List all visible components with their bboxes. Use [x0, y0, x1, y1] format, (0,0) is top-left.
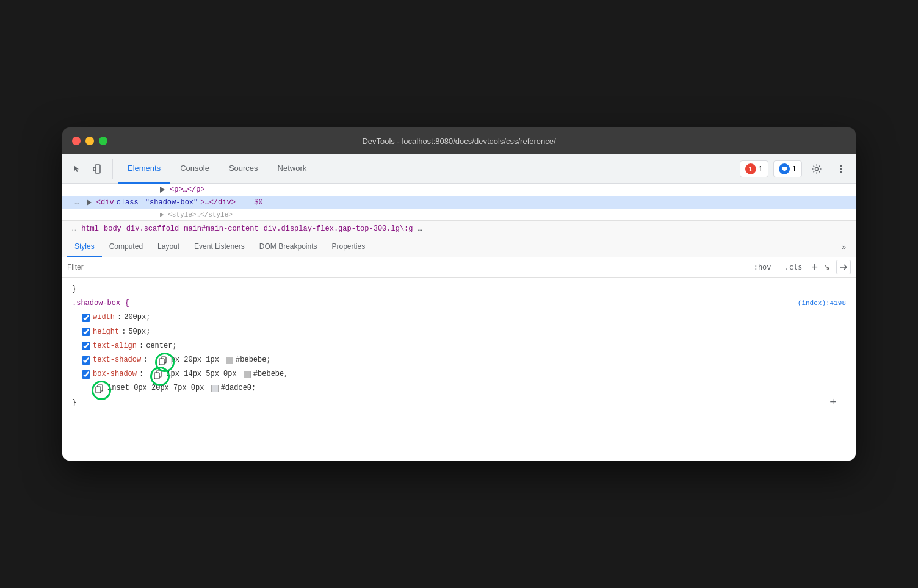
breadcrumb-body[interactable]: body: [104, 224, 121, 233]
css-closing-brace-prev: }: [62, 282, 856, 296]
error-badge-button[interactable]: 1 1: [740, 160, 768, 177]
subtab-properties[interactable]: Properties: [325, 237, 373, 257]
titlebar: DevTools - localhost:8080/docs/devtools/…: [62, 127, 856, 154]
box-shadow-copy-icon-2[interactable]: [94, 383, 105, 394]
add-style-button[interactable]: +: [811, 262, 818, 273]
subtab-dom-breakpoints[interactable]: DOM Breakpoints: [252, 237, 325, 257]
main-tab-nav: Elements Console Sources Network: [118, 154, 316, 184]
tab-elements[interactable]: Elements: [118, 154, 170, 184]
box-shadow-color-swatch-2[interactable]: [211, 385, 219, 392]
breadcrumb-div[interactable]: div.display-flex.gap-top-300.lg\:g: [264, 224, 413, 233]
dom-expand-icon[interactable]: [160, 187, 165, 193]
hov-button[interactable]: :hov: [750, 261, 776, 273]
message-badge-button[interactable]: 1: [773, 160, 802, 177]
css-box-shadow-line2: inset 0px 20px 7px 0px #dadce0;: [62, 381, 856, 395]
error-count-label: 1: [759, 164, 763, 173]
box-shadow-color-swatch-1[interactable]: [244, 371, 251, 378]
subtab-computed[interactable]: Computed: [102, 237, 150, 257]
close-button[interactable]: [72, 137, 81, 145]
css-prop-text-shadow: text-shadow : px 20px 1px #bebebe;: [62, 353, 856, 367]
box-shadow-copy-icon-1[interactable]: [153, 369, 164, 380]
add-property-button[interactable]: +: [829, 397, 836, 408]
prop-width-checkbox[interactable]: [82, 314, 90, 322]
subtabs-more-icon[interactable]: »: [837, 238, 851, 256]
devtools-window: DevTools - localhost:8080/docs/devtools/…: [62, 127, 856, 461]
svg-rect-10: [154, 373, 159, 379]
traffic-lights: [72, 137, 107, 145]
tab-sources[interactable]: Sources: [219, 154, 268, 184]
breadcrumb-scaffold[interactable]: div.scaffold: [126, 224, 179, 233]
svg-rect-11: [98, 385, 103, 391]
svg-point-5: [840, 168, 842, 170]
top-toolbar: Elements Console Sources Network 1 1: [62, 154, 856, 184]
subtab-styles[interactable]: Styles: [67, 237, 102, 257]
css-rule-closing: } +: [62, 396, 856, 410]
collapse-pane-icon[interactable]: [836, 260, 851, 274]
svg-rect-8: [159, 359, 164, 365]
svg-point-4: [840, 165, 842, 167]
prop-box-shadow-checkbox[interactable]: [82, 370, 90, 379]
dom-line-1[interactable]: <p>…</p>: [62, 184, 856, 196]
cursor-icon[interactable]: [67, 159, 87, 179]
more-icon[interactable]: [831, 159, 851, 179]
filter-input[interactable]: [67, 263, 750, 271]
css-source-link[interactable]: (index):4198: [798, 298, 846, 309]
toolbar-icons: [67, 159, 113, 179]
svg-rect-12: [96, 387, 101, 393]
toolbar-right: 1 1 1: [740, 159, 851, 179]
svg-rect-9: [156, 371, 161, 377]
error-count: 1: [745, 163, 756, 174]
css-prop-box-shadow: box-shadow : 1px 14px 5px 0px #bebebe,: [62, 367, 856, 381]
message-count-label: 1: [792, 164, 797, 173]
resize-icon: ↘: [824, 263, 830, 271]
prop-text-align-checkbox[interactable]: [82, 342, 90, 350]
device-toggle-icon[interactable]: [88, 159, 107, 179]
tab-console[interactable]: Console: [170, 154, 219, 184]
svg-rect-7: [161, 357, 166, 363]
maximize-button[interactable]: [99, 137, 107, 145]
svg-rect-2: [782, 167, 787, 170]
dom-line-selected[interactable]: … <div class= "shadow-box" >…</div> == $…: [62, 196, 856, 209]
text-shadow-copy-icon[interactable]: [157, 355, 168, 366]
svg-point-6: [840, 171, 842, 173]
filter-bar: :hov .cls + ↘: [62, 257, 856, 278]
tab-network[interactable]: Network: [268, 154, 317, 184]
css-content: } .shadow-box { (index):4198 width : 200…: [62, 278, 856, 461]
filter-actions: :hov .cls + ↘: [750, 260, 851, 274]
message-icon: [779, 163, 790, 174]
subtab-layout[interactable]: Layout: [150, 237, 187, 257]
breadcrumb-html[interactable]: html: [81, 224, 99, 233]
css-prop-height: height : 50px;: [62, 325, 856, 339]
breadcrumb-main[interactable]: main#main-content: [184, 224, 258, 233]
svg-point-3: [815, 167, 819, 170]
styles-subtabs: Styles Computed Layout Event Listeners D…: [62, 237, 856, 257]
css-prop-text-align: text-align : center;: [62, 339, 856, 353]
dom-line-3: ▶ <style>…</style>: [62, 209, 856, 220]
css-selector[interactable]: .shadow-box {: [72, 298, 129, 309]
prop-text-shadow-checkbox[interactable]: [82, 356, 90, 365]
minimize-button[interactable]: [85, 137, 94, 145]
text-shadow-color-swatch[interactable]: [226, 357, 233, 364]
prop-height-checkbox[interactable]: [82, 328, 90, 336]
window-title: DevTools - localhost:8080/docs/devtools/…: [362, 137, 555, 146]
breadcrumb-bar: … html body div.scaffold main#main-conte…: [62, 221, 856, 237]
css-rule-header: .shadow-box { (index):4198: [62, 296, 856, 310]
dom-panel: <p>…</p> … <div class= "shadow-box" >…</…: [62, 184, 856, 221]
cls-button[interactable]: .cls: [781, 261, 807, 273]
svg-rect-1: [93, 167, 96, 171]
devtools-panel: Elements Console Sources Network 1 1: [62, 154, 856, 461]
settings-icon[interactable]: [807, 159, 826, 179]
dom-expand-selected-icon[interactable]: [87, 199, 92, 206]
css-prop-width: width : 200px;: [62, 310, 856, 324]
subtab-event-listeners[interactable]: Event Listeners: [187, 237, 252, 257]
